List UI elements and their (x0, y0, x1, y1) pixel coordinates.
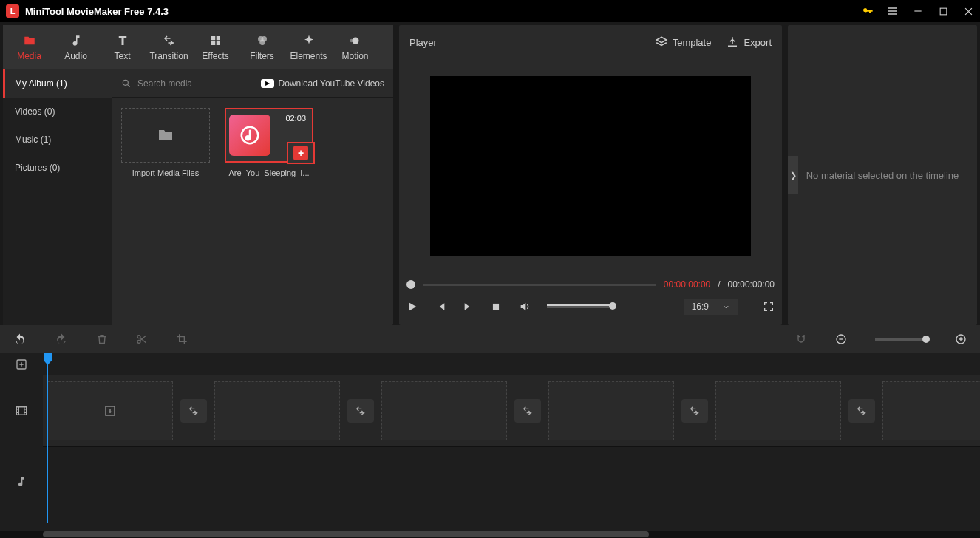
close-icon[interactable] (962, 5, 974, 17)
sidebar-item-label: My Album (1) (15, 78, 67, 89)
sidebar-item-music[interactable]: Music (1) (3, 126, 112, 154)
add-track-icon[interactable] (0, 353, 43, 375)
volume-icon[interactable] (519, 301, 532, 313)
search-input[interactable] (137, 78, 241, 89)
menu-icon[interactable] (887, 5, 899, 17)
transition-slot[interactable] (514, 399, 541, 423)
clip-slot[interactable] (214, 381, 340, 440)
next-frame-icon[interactable] (463, 301, 476, 313)
timeline-ruler[interactable] (43, 353, 980, 375)
download-youtube-link[interactable]: ▶ Download YouTube Videos (261, 78, 384, 89)
time-sep: / (718, 279, 720, 290)
svg-rect-3 (211, 41, 215, 45)
tab-effects[interactable]: Effects (192, 27, 239, 68)
sidebar-item-pictures[interactable]: Pictures (0) (3, 154, 112, 182)
fullscreen-icon[interactable] (763, 301, 775, 313)
export-label: Export (743, 37, 772, 48)
maximize-icon[interactable] (937, 5, 949, 17)
tab-label: Elements (290, 51, 327, 61)
clip-slot[interactable] (548, 381, 674, 440)
zoom-slider[interactable] (875, 338, 927, 341)
aspect-ratio-select[interactable]: 16:9 (684, 299, 738, 315)
sidebar-item-label: Music (1) (15, 134, 51, 145)
prev-frame-icon[interactable] (435, 301, 448, 313)
chevron-down-icon (722, 303, 730, 311)
stop-icon[interactable] (491, 302, 504, 312)
export-button[interactable]: Export (726, 35, 772, 49)
import-media-button[interactable] (121, 108, 210, 163)
key-icon[interactable] (862, 5, 874, 17)
timeline-scrollbar[interactable] (0, 531, 980, 538)
clip-slot[interactable] (882, 381, 980, 440)
filters-icon (256, 33, 269, 48)
tab-transition[interactable]: Transition (146, 27, 192, 68)
template-button[interactable]: Template (655, 35, 712, 49)
clip-slot[interactable] (381, 381, 507, 440)
app-title: MiniTool MovieMaker Free 7.4.3 (25, 6, 862, 17)
effects-icon (209, 33, 222, 48)
tab-media[interactable]: Media (6, 27, 52, 68)
sidebar-item-videos[interactable]: Videos (0) (3, 98, 112, 126)
volume-slider[interactable] (547, 306, 613, 308)
tab-label: Motion (341, 51, 368, 61)
app-logo-icon: L (6, 4, 19, 18)
seek-handle[interactable] (406, 280, 415, 289)
sidebar-item-label: Pictures (0) (15, 163, 60, 173)
tab-label: Text (114, 51, 130, 61)
transition-slot[interactable] (681, 399, 708, 423)
playhead[interactable] (47, 353, 48, 523)
sidebar-item-myalbum[interactable]: My Album (1) (3, 69, 112, 98)
minimize-icon[interactable] (912, 5, 924, 17)
video-preview (430, 76, 751, 256)
yt-label: Download YouTube Videos (279, 78, 384, 89)
tab-motion[interactable]: Motion (332, 27, 378, 68)
tab-label: Filters (250, 51, 274, 61)
transition-slot[interactable] (848, 399, 875, 423)
transition-slot[interactable] (180, 399, 207, 423)
tab-text[interactable]: Text (99, 27, 146, 68)
transition-slot[interactable] (347, 399, 374, 423)
seek-bar[interactable] (423, 284, 656, 286)
text-icon (116, 33, 129, 48)
add-clip-button[interactable]: + (287, 142, 315, 164)
time-current: 00:00:00:00 (664, 279, 710, 290)
clip-slot[interactable] (715, 381, 841, 440)
music-note-icon (69, 33, 83, 48)
video-track[interactable] (43, 375, 980, 446)
import-label: Import Media Files (121, 168, 210, 177)
zoom-in-icon[interactable] (955, 333, 967, 345)
clip-slot[interactable] (47, 381, 173, 440)
svg-point-12 (246, 136, 250, 140)
tab-label: Audio (64, 51, 87, 61)
magnet-icon[interactable] (795, 333, 807, 345)
time-total: 00:00:00:00 (728, 279, 775, 290)
expand-panel-icon[interactable]: ❯ (788, 156, 798, 194)
svg-point-7 (259, 40, 265, 46)
search-icon (121, 78, 132, 89)
audio-track[interactable] (43, 446, 980, 517)
play-icon[interactable] (406, 301, 420, 313)
tab-audio[interactable]: Audio (52, 27, 99, 68)
split-icon[interactable] (136, 333, 148, 345)
undo-icon[interactable] (13, 333, 27, 346)
svg-rect-0 (940, 8, 947, 15)
clip-name: Are_You_Sleeping_I... (225, 168, 313, 177)
svg-rect-4 (216, 41, 220, 45)
sidebar-item-label: Videos (0) (15, 106, 55, 117)
folder-icon (22, 33, 37, 48)
media-clip[interactable]: 02:03 + (225, 108, 313, 163)
transition-icon (163, 33, 176, 48)
svg-rect-19 (16, 407, 27, 415)
layers-icon (655, 35, 668, 49)
svg-point-9 (350, 39, 353, 43)
ratio-value: 16:9 (692, 302, 709, 312)
delete-icon[interactable] (96, 333, 108, 345)
tab-elements[interactable]: Elements (285, 27, 332, 68)
redo-icon[interactable] (55, 333, 68, 346)
crop-icon[interactable] (176, 333, 188, 345)
tab-filters[interactable]: Filters (239, 27, 285, 68)
youtube-icon: ▶ (261, 79, 274, 88)
tab-label: Effects (202, 51, 228, 61)
svg-rect-13 (493, 304, 499, 310)
zoom-out-icon[interactable] (835, 333, 847, 345)
